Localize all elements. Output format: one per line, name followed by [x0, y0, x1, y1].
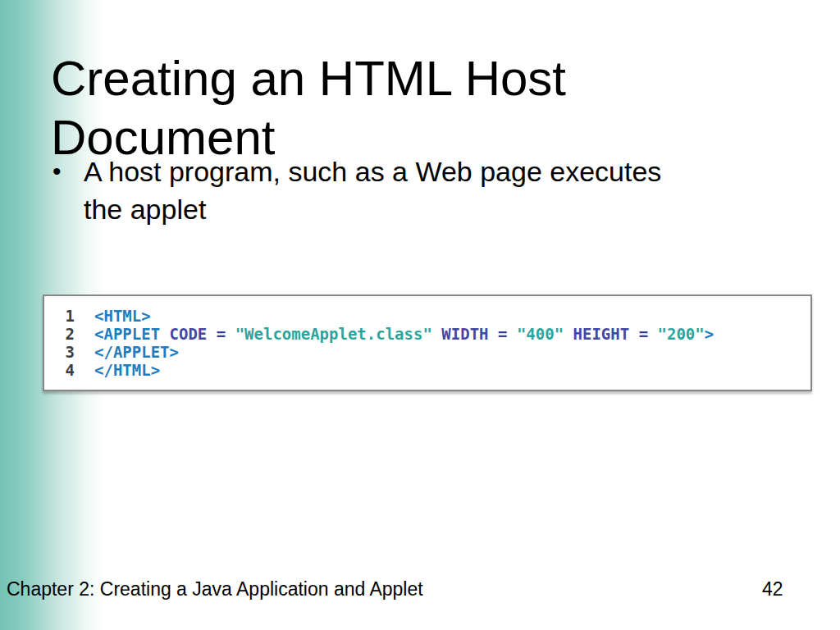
bullet-marker: •: [51, 153, 84, 190]
code-segment: =: [217, 325, 226, 343]
bullet-item: • A host program, such as a Web page exe…: [51, 153, 699, 228]
code-segment: </HTML>: [94, 361, 160, 379]
slide-background: Creating an HTML Host Document • A host …: [0, 0, 840, 630]
code-segment: [629, 325, 638, 343]
code-segment: =: [639, 325, 648, 343]
code-line: 1<HTML>: [64, 307, 810, 325]
code-segment: [226, 325, 235, 343]
line-number: 1: [64, 307, 75, 325]
code-segment: "200": [658, 325, 705, 343]
code-segment: <APPLET: [94, 325, 170, 343]
code-segment: [207, 325, 216, 343]
code-segment: </APPLET>: [94, 343, 179, 361]
slide-title: Creating an HTML Host Document: [51, 49, 633, 167]
line-number: 4: [64, 361, 75, 379]
code-segment: WIDTH: [441, 325, 488, 343]
code-segment: [648, 325, 657, 343]
code-line: 3</APPLET>: [64, 343, 810, 361]
line-number: 2: [64, 325, 75, 343]
code-segment: <HTML>: [94, 307, 151, 325]
code-segment: "WelcomeApplet.class": [235, 325, 432, 343]
bullet-text: A host program, such as a Web page execu…: [84, 153, 676, 228]
code-box: 1<HTML>2<APPLET CODE = "WelcomeApplet.cl…: [43, 294, 812, 391]
footer-text: Chapter 2: Creating a Java Application a…: [7, 577, 423, 601]
code-segment: [432, 325, 441, 343]
code-segment: [507, 325, 516, 343]
code-segment: =: [498, 325, 507, 343]
code-segment: "400": [517, 325, 564, 343]
code-segment: [564, 325, 573, 343]
code-segment: CODE: [170, 325, 208, 343]
page-number: 42: [762, 577, 783, 601]
code-line: 4</HTML>: [64, 361, 810, 379]
code-segment: >: [705, 325, 714, 343]
code-segment: HEIGHT: [573, 325, 630, 343]
line-number: 3: [64, 343, 75, 361]
code-line: 2<APPLET CODE = "WelcomeApplet.class" WI…: [64, 325, 810, 343]
code-segment: [489, 325, 498, 343]
